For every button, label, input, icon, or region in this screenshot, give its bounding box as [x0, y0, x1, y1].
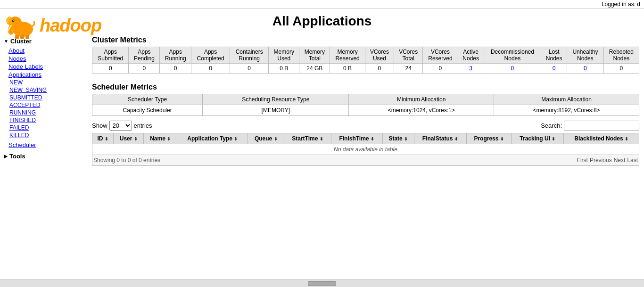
- col-apps-completed: AppsCompleted: [191, 47, 230, 64]
- accepted-link[interactable]: ACCEPTED: [9, 101, 87, 109]
- entries-label: entries: [134, 122, 152, 129]
- about-link[interactable]: About: [8, 47, 87, 55]
- col-apps-running: AppsRunning: [160, 47, 191, 64]
- svg-rect-6: [20, 35, 24, 39]
- scheduler-links: Scheduler: [0, 141, 87, 149]
- first-btn[interactable]: First: [577, 157, 588, 164]
- active-nodes-link: 3: [469, 65, 472, 72]
- search-input[interactable]: [564, 121, 639, 131]
- val-memory-reserved: 0 B: [330, 64, 365, 74]
- new-saving-link[interactable]: NEW_SAVING: [9, 86, 87, 94]
- applications-link[interactable]: Applications: [8, 71, 87, 79]
- finished-link[interactable]: FINISHED: [9, 116, 87, 124]
- name-sort-icon: ⇕: [167, 137, 171, 141]
- starttime-sort-icon: ⇕: [320, 137, 323, 141]
- svg-point-4: [13, 20, 14, 21]
- col-queue[interactable]: Queue ⇕: [248, 133, 284, 144]
- val-unhealthy-nodes[interactable]: 0: [567, 64, 603, 74]
- col-application-type[interactable]: Application Type ⇕: [177, 133, 248, 144]
- decommissioned-nodes-link: 0: [511, 65, 514, 72]
- col-apps-submitted: AppsSubmitted: [92, 47, 129, 64]
- col-finish-time[interactable]: FinishTime ⇕: [331, 133, 382, 144]
- applications-table: ID ⇕ User ⇕ Name ⇕ Application Type ⇕ Qu…: [92, 133, 639, 155]
- tools-section-header[interactable]: ▶ Tools: [0, 151, 87, 162]
- col-tracking-ui[interactable]: Tracking UI ⇕: [512, 133, 564, 144]
- col-state[interactable]: State ⇕: [382, 133, 414, 144]
- col-vcores-reserved: VCoresReserved: [423, 47, 458, 64]
- col-start-time[interactable]: StartTime ⇕: [284, 133, 331, 144]
- val-active-nodes[interactable]: 3: [458, 64, 484, 74]
- val-decommissioned-nodes[interactable]: 0: [484, 64, 541, 74]
- no-data-row: No data available in table: [92, 144, 639, 155]
- blacklisted-sort-icon: ⇕: [625, 137, 628, 141]
- tools-label: Tools: [9, 153, 25, 160]
- val-memory-total: 24 GB: [299, 64, 330, 74]
- table-controls: Show 10 20 50 100 entries Search:: [92, 121, 639, 131]
- col-lost-nodes: LostNodes: [541, 47, 567, 64]
- scheduler-metrics-table: Scheduler Type Scheduling Resource Type …: [92, 94, 639, 116]
- val-containers-running: 0: [230, 64, 269, 74]
- col-user[interactable]: User ⇕: [114, 133, 144, 144]
- val-vcores-used: 0: [365, 64, 394, 74]
- lost-nodes-link: 0: [553, 65, 556, 72]
- apptype-sort-icon: ⇕: [234, 137, 238, 141]
- show-select[interactable]: 10 20 50 100: [109, 121, 132, 131]
- sched-col-max: Maximum Allocation: [494, 94, 639, 105]
- sched-val-type: Capacity Scheduler: [92, 105, 203, 116]
- sched-col-resource: Scheduling Resource Type: [203, 94, 349, 105]
- col-final-status[interactable]: FinalStatus ⇕: [414, 133, 466, 144]
- val-lost-nodes[interactable]: 0: [541, 64, 567, 74]
- col-blacklisted-nodes[interactable]: Blacklisted Nodes ⇕: [564, 133, 639, 144]
- col-memory-used: MemoryUsed: [269, 47, 299, 64]
- val-apps-completed: 0: [191, 64, 230, 74]
- page-title: All Applications: [272, 14, 372, 29]
- col-containers-running: ContainersRunning: [230, 47, 269, 64]
- last-btn[interactable]: Last: [627, 157, 638, 164]
- col-decommissioned-nodes: DecommissionedNodes: [484, 47, 541, 64]
- val-apps-pending: 0: [129, 64, 160, 74]
- sched-val-max: <memory:8192, vCores:8>: [494, 105, 639, 116]
- metrics-row: 0 0 0 0 0 0 B 24 GB 0 B 0 24 0 3 0 0: [92, 64, 639, 74]
- col-progress[interactable]: Progress ⇕: [466, 133, 511, 144]
- col-memory-total: MemoryTotal: [299, 47, 330, 64]
- logged-in-text: Logged in as: d: [602, 1, 640, 8]
- val-memory-used: 0 B: [269, 64, 299, 74]
- submitted-link[interactable]: SUBMITTED: [9, 94, 87, 101]
- main-layout: ▼ Cluster About Nodes Node Labels Applic…: [0, 33, 644, 168]
- svg-point-2: [6, 16, 13, 25]
- failed-link[interactable]: FAILED: [9, 124, 87, 131]
- col-name[interactable]: Name ⇕: [144, 133, 177, 144]
- finishtime-sort-icon: ⇕: [371, 137, 374, 141]
- show-label: Show: [92, 122, 107, 129]
- sched-val-min: <memory:1024, vCores:1>: [349, 105, 494, 116]
- svg-rect-7: [25, 35, 29, 39]
- content: Cluster Metrics AppsSubmitted AppsPendin…: [87, 33, 644, 168]
- scheduler-link[interactable]: Scheduler: [8, 141, 87, 149]
- new-link[interactable]: NEW: [9, 79, 87, 86]
- nodes-link[interactable]: Nodes: [8, 55, 87, 63]
- val-apps-submitted: 0: [92, 64, 129, 74]
- queue-sort-icon: ⇕: [274, 137, 278, 141]
- col-apps-pending: AppsPending: [129, 47, 160, 64]
- val-vcores-total: 24: [394, 64, 423, 74]
- top-bar: Logged in as: d: [0, 0, 644, 9]
- id-sort-icon: ⇕: [105, 137, 108, 141]
- col-vcores-total: VCoresTotal: [394, 47, 423, 64]
- scheduler-row: Capacity Scheduler [MEMORY] <memory:1024…: [92, 105, 639, 116]
- col-id[interactable]: ID ⇕: [92, 133, 114, 144]
- col-rebooted-nodes: RebootedNodes: [603, 47, 639, 64]
- unhealthy-nodes-link: 0: [584, 65, 587, 72]
- cluster-links: About Nodes Node Labels Applications: [0, 47, 87, 79]
- running-link[interactable]: RUNNING: [9, 109, 87, 116]
- val-rebooted-nodes: 0: [603, 64, 639, 74]
- killed-link[interactable]: KILLED: [9, 131, 87, 139]
- previous-btn[interactable]: Previous: [590, 157, 612, 164]
- next-btn[interactable]: Next: [614, 157, 626, 164]
- col-vcores-used: VCoresUsed: [365, 47, 394, 64]
- val-apps-running: 0: [160, 64, 191, 74]
- node-labels-link[interactable]: Node Labels: [8, 63, 87, 71]
- val-vcores-reserved: 0: [423, 64, 458, 74]
- tools-arrow-icon: ▶: [4, 154, 8, 159]
- scheduler-metrics-title: Scheduler Metrics: [92, 83, 639, 91]
- col-memory-reserved: MemoryReserved: [330, 47, 365, 64]
